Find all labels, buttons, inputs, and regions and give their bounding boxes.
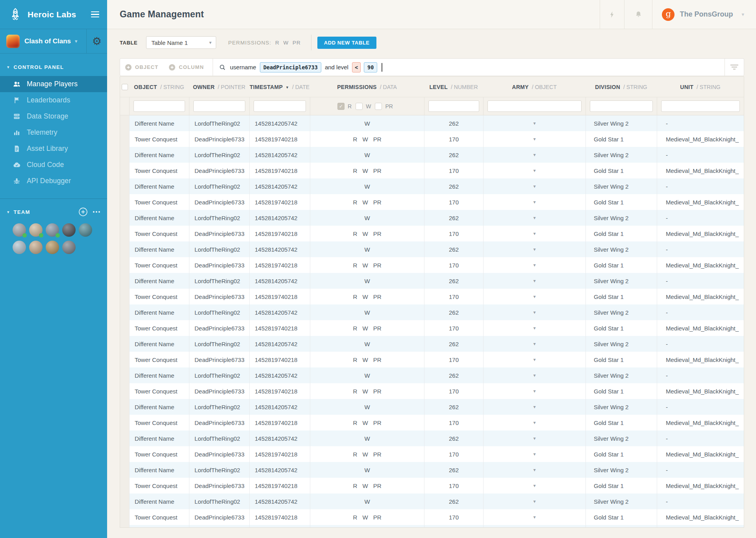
table-row[interactable]: Tower Conquest DeadPrinciple6733 1452819…: [120, 383, 744, 399]
permission-filter[interactable]: ✓ R: [337, 103, 352, 110]
avatar[interactable]: [62, 241, 76, 254]
checkbox[interactable]: ✓: [356, 103, 363, 110]
table-row[interactable]: Different Name LordofTheRing02 145281420…: [120, 462, 744, 478]
table-row[interactable]: Different Name LordofTheRing02 145281420…: [120, 336, 744, 352]
filter-input-owner[interactable]: [193, 100, 245, 112]
chevron-down-icon[interactable]: ▾: [531, 309, 538, 316]
chevron-down-icon[interactable]: ▾: [531, 482, 538, 489]
add-object-button[interactable]: OBJECT: [125, 64, 158, 70]
table-row[interactable]: Different Name LordofTheRing02 145281420…: [120, 241, 744, 257]
avatar[interactable]: [79, 223, 92, 237]
checkbox[interactable]: ✓: [337, 103, 345, 110]
chevron-down-icon[interactable]: ▾: [531, 277, 538, 284]
table-row[interactable]: Tower Conquest DeadPrinciple6733 1452819…: [120, 415, 744, 430]
game-selector[interactable]: Clash of Clans ▾: [0, 29, 86, 53]
avatar[interactable]: [29, 241, 43, 254]
avatar[interactable]: [46, 223, 59, 237]
query-number-chip[interactable]: 90: [364, 62, 377, 72]
avatar[interactable]: [13, 241, 26, 254]
search-query-input[interactable]: username DeadPrinciple6733 and level < 9…: [213, 59, 724, 76]
chevron-down-icon[interactable]: ▾: [531, 167, 538, 174]
filter-input-timestamp[interactable]: [254, 100, 306, 112]
column-header[interactable]: OWNER ▼ / POINTER: [189, 77, 249, 97]
chevron-down-icon[interactable]: ▾: [531, 214, 538, 221]
notifications-button[interactable]: [624, 0, 652, 29]
chevron-down-icon[interactable]: ▾: [531, 403, 538, 410]
column-header[interactable]: PERMISSIONS ▼ / DATA: [310, 77, 424, 97]
triangle-down-icon[interactable]: ▾: [7, 210, 9, 215]
select-all-checkbox[interactable]: [122, 84, 128, 90]
sidebar-nav-item[interactable]: API Debugger: [0, 173, 107, 189]
add-new-table-button[interactable]: ADD NEW TABLE: [317, 37, 376, 49]
table-row[interactable]: Different Name LordofTheRing02 145281420…: [120, 525, 744, 528]
control-panel-section[interactable]: ▾ CONTROL PANEL: [0, 60, 107, 74]
filter-button[interactable]: [724, 59, 744, 76]
table-row[interactable]: Tower Conquest DeadPrinciple6733 1452819…: [120, 257, 744, 273]
chevron-down-icon[interactable]: ▾: [531, 151, 538, 158]
chevron-down-icon[interactable]: ▾: [531, 135, 538, 143]
table-row[interactable]: Tower Conquest DeadPrinciple6733 1452819…: [120, 352, 744, 367]
table-row[interactable]: Different Name LordofTheRing02 145281420…: [120, 273, 744, 289]
column-header[interactable]: TIMESTAMP ▼ / DATE: [249, 77, 310, 97]
permission-filter[interactable]: ✓ W: [356, 103, 371, 110]
chevron-down-icon[interactable]: ▾: [531, 230, 538, 237]
table-row[interactable]: Tower Conquest DeadPrinciple6733 1452819…: [120, 509, 744, 525]
chevron-down-icon[interactable]: ▾: [531, 183, 538, 190]
query-operator-chip[interactable]: <: [352, 62, 361, 72]
table-row[interactable]: Tower Conquest DeadPrinciple6733 1452819…: [120, 131, 744, 147]
more-options-icon[interactable]: [93, 210, 100, 214]
column-header[interactable]: DIVISION ▼ / STRING: [586, 77, 657, 97]
table-row[interactable]: Different Name LordofTheRing02 145281420…: [120, 210, 744, 226]
table-row[interactable]: Tower Conquest DeadPrinciple6733 1452819…: [120, 194, 744, 210]
table-row[interactable]: Tower Conquest DeadPrinciple6733 1452819…: [120, 478, 744, 493]
column-header[interactable]: OBJECT ▼ / STRING: [129, 77, 189, 97]
table-row[interactable]: Different Name LordofTheRing02 145281420…: [120, 399, 744, 415]
table-row[interactable]: Different Name LordofTheRing02 145281420…: [120, 115, 744, 131]
hamburger-menu-icon[interactable]: [91, 11, 99, 18]
filter-input-division[interactable]: [590, 100, 653, 112]
filter-input-object[interactable]: [133, 100, 185, 112]
activity-button[interactable]: [600, 0, 624, 29]
table-row[interactable]: Tower Conquest DeadPrinciple6733 1452819…: [120, 446, 744, 462]
table-row[interactable]: Tower Conquest DeadPrinciple6733 1452819…: [120, 226, 744, 241]
add-team-member-icon[interactable]: [79, 208, 87, 216]
table-row[interactable]: Different Name LordofTheRing02 145281420…: [120, 304, 744, 320]
table-row[interactable]: Different Name LordofTheRing02 145281420…: [120, 147, 744, 163]
account-menu[interactable]: g The PonsGroup ▾: [652, 0, 756, 29]
chevron-down-icon[interactable]: ▾: [531, 325, 538, 332]
column-header[interactable]: ARMY ▼ / OBJECT: [483, 77, 586, 97]
table-row[interactable]: Different Name LordofTheRing02 145281420…: [120, 493, 744, 509]
query-value-chip[interactable]: DeadPrinciple6733: [260, 62, 321, 72]
chevron-down-icon[interactable]: ▾: [531, 199, 538, 206]
chevron-down-icon[interactable]: ▾: [531, 514, 538, 521]
add-column-button[interactable]: COLUMN: [169, 64, 204, 70]
table-row[interactable]: Tower Conquest DeadPrinciple6733 1452819…: [120, 289, 744, 304]
table-row[interactable]: Tower Conquest DeadPrinciple6733 1452819…: [120, 163, 744, 178]
chevron-down-icon[interactable]: ▾: [531, 498, 538, 505]
chevron-down-icon[interactable]: ▾: [531, 293, 538, 300]
avatar[interactable]: [29, 223, 43, 237]
sidebar-nav-item[interactable]: Leaderboards: [0, 92, 107, 108]
chevron-down-icon[interactable]: ▾: [531, 246, 538, 253]
chevron-down-icon[interactable]: ▾: [531, 356, 538, 363]
table-row[interactable]: Different Name LordofTheRing02 145281420…: [120, 430, 744, 446]
chevron-down-icon[interactable]: ▾: [531, 120, 538, 127]
avatar[interactable]: [62, 223, 76, 237]
permission-filter[interactable]: ✓ PR: [375, 103, 393, 110]
sidebar-nav-item[interactable]: Telemetry: [0, 124, 107, 141]
avatar[interactable]: [13, 223, 26, 237]
chevron-down-icon[interactable]: ▾: [531, 451, 538, 458]
chevron-down-icon[interactable]: ▾: [531, 388, 538, 395]
avatar[interactable]: [46, 241, 59, 254]
sidebar-nav-item[interactable]: Asset Library: [0, 141, 107, 157]
filter-input-army[interactable]: [487, 100, 582, 112]
table-row[interactable]: Different Name LordofTheRing02 145281420…: [120, 178, 744, 194]
sort-desc-icon[interactable]: ▼: [285, 85, 289, 89]
chevron-down-icon[interactable]: ▾: [531, 340, 538, 347]
table-row[interactable]: Different Name LordofTheRing02 145281420…: [120, 367, 744, 383]
filter-input-unit[interactable]: [661, 100, 740, 112]
chevron-down-icon[interactable]: ▾: [531, 435, 538, 442]
chevron-down-icon[interactable]: ▾: [531, 372, 538, 379]
column-header[interactable]: LEVEL ▼ / NUMBER: [424, 77, 483, 97]
sidebar-nav-item[interactable]: Cloud Code: [0, 157, 107, 173]
